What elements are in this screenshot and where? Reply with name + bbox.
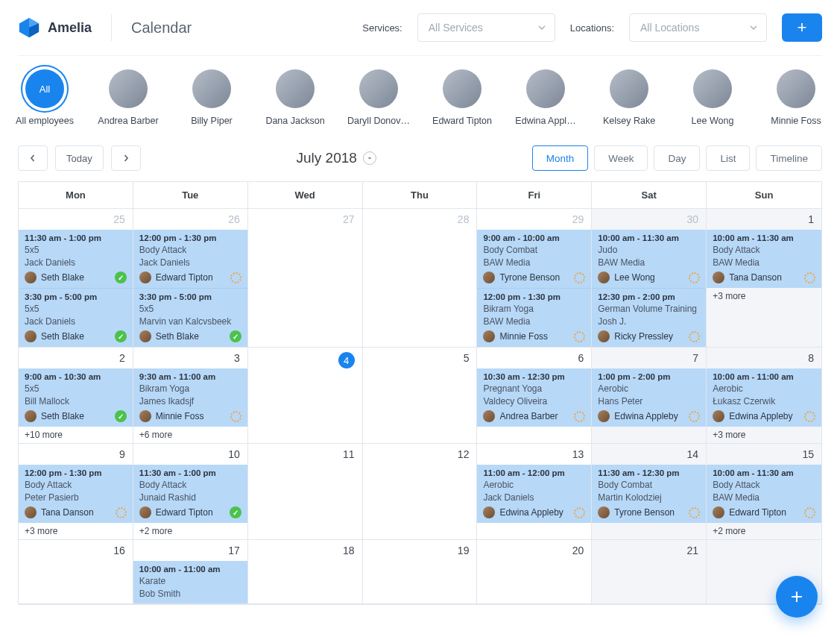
event-footer: Seth Blake [25, 410, 127, 422]
event-time: 10:00 am - 11:30 am [598, 233, 700, 242]
avatar [25, 272, 37, 283]
employee-filter[interactable]: Kelsey Rake [602, 69, 656, 126]
calendar-event[interactable]: 11:30 am - 1:00 pm5x5Jack DanielsSeth Bl… [19, 230, 133, 288]
calendar-cell[interactable]: 810:00 am - 11:00 amAerobicŁukasz Czerwi… [707, 348, 821, 444]
event-time: 10:00 am - 11:30 am [713, 468, 815, 477]
calendar-cell[interactable]: 2612:00 pm - 1:30 pmBody AttackJack Dani… [133, 209, 248, 348]
calendar-cell[interactable]: 71:00 pm - 2:00 pmAerobicHans PeterEdwin… [592, 348, 707, 444]
calendar-event[interactable]: 11:30 am - 1:00 pmBody AttackJunaid Rash… [133, 465, 247, 523]
more-events-link[interactable]: +3 more [707, 427, 821, 443]
calendar-cell[interactable]: 27 [248, 209, 363, 348]
add-button[interactable]: + [782, 13, 822, 42]
calendar-cell[interactable]: 4 [248, 348, 363, 444]
calendar-cell[interactable]: 1710:00 am - 11:00 amKarateBob Smith [133, 540, 248, 604]
calendar-event[interactable]: 9:30 am - 11:00 amBikram YogaJames Ikads… [133, 368, 247, 427]
more-events-link[interactable]: +2 more [133, 523, 247, 539]
calendar-cell[interactable]: 5 [363, 348, 478, 444]
more-events-link[interactable]: +3 more [19, 523, 133, 539]
event-footer: Ricky Pressley [598, 330, 700, 342]
calendar-event[interactable]: 12:00 pm - 1:30 pmBody AttackJack Daniel… [133, 230, 247, 288]
calendar-cell[interactable]: 110:00 am - 11:30 amBody AttackBAW Media… [707, 209, 821, 348]
calendar-cell[interactable]: 20 [477, 540, 592, 604]
day-number: 4 [248, 348, 362, 373]
fab-add-button[interactable]: + [776, 576, 818, 618]
event-employee: Minnie Foss [156, 411, 226, 421]
calendar-event[interactable]: 10:00 am - 11:00 amAerobicŁukasz Czerwik… [707, 368, 821, 427]
locations-select[interactable]: All Locations [629, 13, 767, 42]
employee-filter[interactable]: Edwina Appl… [519, 69, 572, 126]
avatar [713, 506, 724, 518]
calendar-cell[interactable]: 3010:00 am - 11:30 amJudoBAW MediaLee Wo… [592, 209, 707, 348]
employee-filter[interactable]: Billy Piper [185, 69, 239, 126]
more-events-link[interactable]: +2 more [707, 523, 821, 539]
employee-filter[interactable]: Lee Wong [686, 69, 739, 126]
calendar-cell[interactable]: 1011:30 am - 1:00 pmBody AttackJunaid Ra… [133, 444, 248, 540]
status-pending-icon [574, 272, 585, 283]
calendar-cell[interactable]: 2511:30 am - 1:00 pm5x5Jack DanielsSeth … [19, 209, 133, 348]
calendar-event[interactable]: 10:00 am - 11:30 amJudoBAW MediaLee Wong [592, 230, 706, 288]
logo-text: Amelia [48, 20, 92, 36]
calendar-event[interactable]: 3:30 pm - 5:00 pm5x5Marvin van Kalcvsbee… [133, 288, 247, 347]
employee-filter[interactable]: Daryll Donov… [352, 69, 405, 126]
today-button[interactable]: Today [55, 145, 104, 171]
calendar-cell[interactable]: 299:00 am - 10:00 amBody CombatBAW Media… [477, 209, 592, 348]
calendar-event[interactable]: 12:30 pm - 2:00 pmGerman Volume Training… [592, 288, 706, 347]
avatar [139, 410, 151, 422]
calendar-cell[interactable]: 610:30 am - 12:30 pmPregnant YogaValdecy… [477, 348, 592, 444]
calendar-cell[interactable]: 29:00 am - 10:30 am5x5Bill MallockSeth B… [19, 348, 133, 444]
calendar-event[interactable]: 3:30 pm - 5:00 pm5x5Jack DanielsSeth Bla… [19, 288, 133, 347]
calendar-cell[interactable]: 16 [19, 540, 133, 604]
employee-filter[interactable]: Edward Tipton [435, 69, 489, 126]
employee-name: Lee Wong [692, 116, 734, 126]
event-footer: Tyrone Benson [483, 272, 585, 283]
employee-rail: AllAll employeesAndrea BarberBilly Piper… [0, 56, 840, 131]
calendar-event[interactable]: 10:00 am - 11:00 amKarateBob Smith [133, 561, 247, 603]
calendar-cell[interactable]: 1510:00 am - 11:30 amBody AttackBAW Medi… [707, 444, 821, 540]
calendar-event[interactable]: 12:00 pm - 1:30 pmBody AttackPeter Pasie… [19, 465, 133, 523]
calendar-cell[interactable]: 21 [592, 540, 707, 604]
more-events-link[interactable]: +6 more [133, 427, 247, 443]
more-events-link[interactable]: +3 more [707, 288, 821, 304]
calendar-cell[interactable]: 28 [363, 209, 478, 348]
calendar-event[interactable]: 9:00 am - 10:00 amBody CombatBAW MediaTy… [477, 230, 591, 288]
employee-filter-all[interactable]: AllAll employees [18, 69, 72, 126]
event-employee: Edwina Appleby [614, 411, 684, 421]
calendar-event[interactable]: 11:30 am - 12:30 pmBody CombatMartin Kol… [592, 465, 706, 523]
calendar-event[interactable]: 11:00 am - 12:00 pmAerobicJack DanielsEd… [477, 465, 591, 523]
view-list[interactable]: List [706, 145, 750, 171]
calendar-cell[interactable]: 18 [248, 540, 363, 604]
avatar [139, 272, 151, 283]
prev-button[interactable] [18, 145, 48, 171]
calendar-event[interactable]: 1:00 pm - 2:00 pmAerobicHans PeterEdwina… [592, 368, 706, 427]
calendar-event[interactable]: 12:00 pm - 1:30 pmBikram YogaBAW MediaMi… [477, 288, 591, 347]
event-service: 5x5 [25, 304, 127, 314]
calendar-event[interactable]: 9:00 am - 10:30 am5x5Bill MallockSeth Bl… [19, 368, 133, 427]
calendar-cell[interactable]: 11 [248, 444, 363, 540]
logo[interactable]: Amelia [18, 16, 92, 39]
services-label: Services: [362, 22, 402, 34]
view-week[interactable]: Week [594, 145, 648, 171]
calendar-event[interactable]: 10:00 am - 11:30 amBody AttackBAW MediaT… [707, 230, 821, 288]
period-selector[interactable]: July 2018 [148, 150, 525, 166]
view-month[interactable]: Month [532, 145, 589, 171]
view-day[interactable]: Day [654, 145, 700, 171]
next-button[interactable] [111, 145, 141, 171]
more-events-link[interactable]: +10 more [19, 427, 133, 443]
employee-filter[interactable]: Minnie Foss [769, 69, 823, 126]
locations-placeholder: All Locations [640, 22, 699, 34]
calendar-cell[interactable]: 39:30 am - 11:00 amBikram YogaJames Ikad… [133, 348, 248, 444]
today-label: Today [66, 153, 92, 164]
day-number: 25 [19, 209, 133, 230]
view-timeline[interactable]: Timeline [756, 145, 822, 171]
calendar-event[interactable]: 10:30 am - 12:30 pmPregnant YogaValdecy … [477, 368, 591, 427]
calendar-cell[interactable]: 912:00 pm - 1:30 pmBody AttackPeter Pasi… [19, 444, 133, 540]
employee-filter[interactable]: Andrea Barber [101, 69, 155, 126]
calendar-cell[interactable]: 19 [363, 540, 478, 604]
calendar-cell[interactable]: 1311:00 am - 12:00 pmAerobicJack Daniels… [477, 444, 592, 540]
services-select[interactable]: All Services [417, 13, 555, 42]
employee-filter[interactable]: Dana Jackson [268, 69, 322, 126]
calendar-cell[interactable]: 1411:30 am - 12:30 pmBody CombatMartin K… [592, 444, 707, 540]
calendar-event[interactable]: 10:00 am - 11:30 amBody AttackBAW MediaE… [707, 465, 821, 523]
employee-name: Billy Piper [191, 116, 233, 126]
calendar-cell[interactable]: 12 [363, 444, 478, 540]
